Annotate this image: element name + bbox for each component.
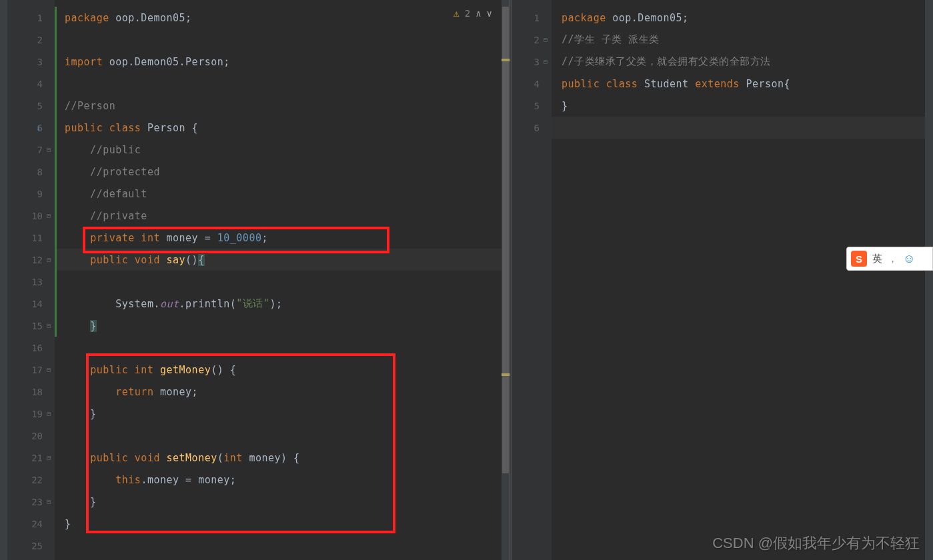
line-number[interactable]: 23⊟ (8, 491, 55, 513)
scrollbar-thumb[interactable] (502, 7, 509, 473)
gutter-left: 1 2 3 4 5 6⇩ 7⊟ 8 9 10⊟ 11 12⊟ 13 14 15⊟… (8, 0, 55, 560)
fold-end-icon[interactable]: ⊟ (47, 411, 53, 417)
line-number[interactable]: 14 (8, 293, 55, 315)
code-line[interactable] (55, 271, 502, 293)
code-line[interactable] (55, 29, 502, 51)
inspection-widget[interactable]: ⚠ 2 ∧ ∨ (453, 7, 492, 19)
watermark: CSDN @假如我年少有为不轻狂 (712, 533, 920, 553)
fold-icon[interactable]: ⊟ (47, 147, 53, 153)
code-line[interactable]: //private (55, 205, 502, 227)
line-number[interactable]: 12⊟ (8, 249, 55, 271)
change-marker (55, 7, 57, 337)
line-number[interactable]: 3 (8, 51, 55, 73)
code-line[interactable]: private int money = 10_0000; (55, 227, 502, 249)
code-line[interactable] (55, 425, 502, 447)
line-number[interactable]: 20 (8, 425, 55, 447)
code-line[interactable]: } (55, 513, 502, 535)
code-line[interactable]: package oop.Demon05; (552, 7, 925, 29)
editor-left: 1 2 3 4 5 6⇩ 7⊟ 8 9 10⊟ 11 12⊟ 13 14 15⊟… (8, 0, 510, 560)
code-line-caret[interactable]: public void say(){ (55, 249, 502, 271)
code-line[interactable]: //学生 子类 派生类 (552, 29, 925, 51)
line-number[interactable]: 5 (512, 95, 552, 117)
line-number[interactable]: 6 (512, 117, 552, 139)
line-number[interactable]: 17⊟ (8, 359, 55, 381)
code-line[interactable]: public int getMoney() { (55, 359, 502, 381)
code-line[interactable] (55, 73, 502, 95)
fold-end-icon[interactable]: ⊟ (47, 213, 53, 219)
code-line[interactable]: //protected (55, 161, 502, 183)
editor-right: 1 2⊟ 3⊟ 4 5 6 package oop.Demon05; //学生 … (512, 0, 933, 560)
line-number[interactable]: 15⊟ (8, 315, 55, 337)
warning-icon: ⚠ (453, 7, 459, 19)
code-line[interactable]: //子类继承了父类，就会拥有父类的全部方法 (552, 51, 925, 73)
fold-end-icon[interactable]: ⊟ (544, 59, 550, 65)
line-number[interactable]: 1 (8, 7, 55, 29)
line-number[interactable]: 21⊟ (8, 447, 55, 469)
line-number[interactable]: 10⊟ (8, 205, 55, 227)
code-line-caret[interactable] (552, 117, 925, 139)
code-line[interactable]: public class Person { (55, 117, 502, 139)
code-line[interactable]: } (55, 491, 502, 513)
fold-end-icon[interactable]: ⊟ (47, 323, 53, 329)
override-down-icon[interactable]: ⇩ (36, 123, 41, 133)
ime-language[interactable]: 英 (872, 253, 882, 265)
code-line[interactable]: } (552, 95, 925, 117)
line-number[interactable]: 18 (8, 381, 55, 403)
line-number[interactable]: 4 (8, 73, 55, 95)
warning-mark[interactable] (502, 373, 510, 376)
line-number[interactable]: 16 (8, 337, 55, 359)
code-line[interactable] (55, 535, 502, 557)
code-line[interactable]: import oop.Demon05.Person; (55, 51, 502, 73)
fold-end-icon[interactable]: ⊟ (47, 499, 53, 505)
line-number[interactable]: 8 (8, 161, 55, 183)
line-number[interactable]: 4 (512, 73, 552, 95)
line-number[interactable]: 2 (8, 29, 55, 51)
code-line[interactable]: //Person (55, 95, 502, 117)
line-number[interactable]: 7⊟ (8, 139, 55, 161)
fold-icon[interactable]: ⊟ (47, 455, 53, 461)
code-line[interactable]: } (55, 403, 502, 425)
sogou-logo-icon: S (851, 251, 867, 267)
code-line[interactable]: } (55, 315, 502, 337)
line-number[interactable]: 1 (512, 7, 552, 29)
code-line[interactable]: package oop.Demon05; (55, 7, 502, 29)
smiley-icon[interactable]: ☺ (903, 252, 915, 266)
code-line[interactable]: return money; (55, 381, 502, 403)
line-number[interactable]: 19⊟ (8, 403, 55, 425)
warning-count: 2 (465, 8, 470, 19)
code-line[interactable]: System.out.println("说话"); (55, 293, 502, 315)
line-number[interactable]: 25 (8, 535, 55, 557)
ime-toolbar[interactable]: S 英 ， ☺ (846, 247, 933, 271)
project-sidebar-stub (0, 0, 8, 560)
line-number[interactable]: 5 (8, 95, 55, 117)
fold-icon[interactable]: ⊟ (47, 257, 53, 263)
code-line[interactable]: public class Student extends Person{ (552, 73, 925, 95)
line-number[interactable]: 6⇩ (8, 117, 55, 139)
code-line[interactable] (55, 337, 502, 359)
line-number[interactable]: 11 (8, 227, 55, 249)
fold-icon[interactable]: ⊟ (544, 37, 550, 43)
gutter-right: 1 2⊟ 3⊟ 4 5 6 (512, 0, 552, 560)
line-number[interactable]: 13 (8, 271, 55, 293)
nav-up-icon[interactable]: ∧ (476, 8, 481, 19)
code-line[interactable]: this.money = money; (55, 469, 502, 491)
scrollbar[interactable] (502, 0, 510, 560)
code-area-left[interactable]: ⚠ 2 ∧ ∨ package oop.Demon05; import oop.… (55, 0, 502, 560)
line-number[interactable]: 22 (8, 469, 55, 491)
nav-down-icon[interactable]: ∨ (487, 8, 492, 19)
line-number[interactable]: 9 (8, 183, 55, 205)
line-number[interactable]: 2⊟ (512, 29, 552, 51)
scrollbar[interactable] (925, 0, 933, 560)
code-line[interactable]: public void setMoney(int money) { (55, 447, 502, 469)
line-number[interactable]: 3⊟ (512, 51, 552, 73)
fold-icon[interactable]: ⊟ (47, 367, 53, 373)
code-line[interactable]: //public (55, 139, 502, 161)
line-number[interactable]: 24 (8, 513, 55, 535)
ime-punct[interactable]: ， (888, 253, 898, 265)
code-area-right[interactable]: package oop.Demon05; //学生 子类 派生类 //子类继承了… (552, 0, 925, 560)
code-line[interactable]: //default (55, 183, 502, 205)
warning-mark[interactable] (502, 59, 510, 61)
